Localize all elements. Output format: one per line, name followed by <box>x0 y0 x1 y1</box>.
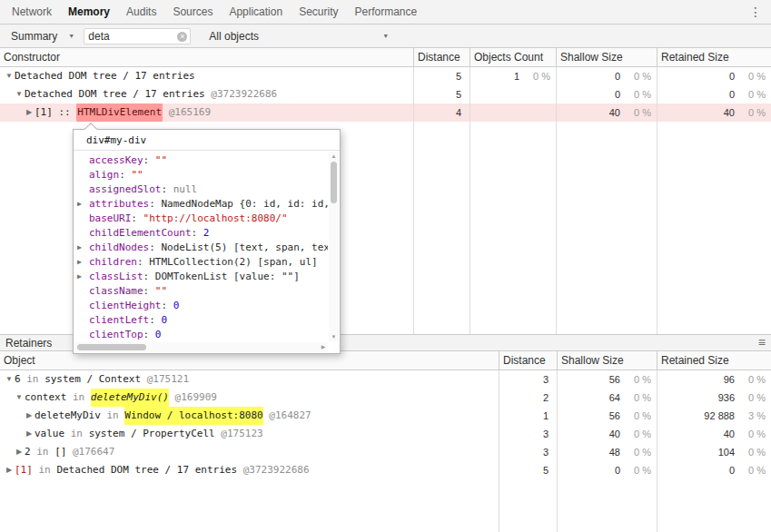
scroll-right-icon[interactable]: ▶ <box>319 342 328 352</box>
property-value: "" <box>131 169 143 181</box>
expand-icon[interactable]: ▶ <box>77 255 82 270</box>
property-value: HTMLCollection(2) [span, ul] <box>149 256 317 268</box>
objects-count-cell <box>470 103 557 122</box>
object-index: [1] :: <box>35 103 76 122</box>
column-header-constructor[interactable]: Constructor <box>0 48 414 66</box>
column-header-shallow-size[interactable]: Shallow Size <box>557 48 657 66</box>
retained-size-cell: 92 8883 % <box>657 407 771 425</box>
clear-filter-icon[interactable]: × <box>177 32 187 42</box>
retainer-row[interactable]: ▼ 6 in system / Context @175121 3 560 % … <box>0 370 771 389</box>
property-name: baseURI <box>89 212 131 224</box>
column-header-shallow-size[interactable]: Shallow Size <box>558 351 657 369</box>
shallow-size-cell: 00 % <box>557 85 657 103</box>
object-id: @3723922686 <box>205 85 277 103</box>
retainer-row[interactable]: ▶ [1] in Detached DOM tree / 17 entries … <box>0 461 771 479</box>
property-value: 0 <box>155 329 162 340</box>
object-name: Detached DOM tree / 17 entries <box>56 461 237 479</box>
retainers-grid-header: Object Distance Shallow Size Retained Si… <box>0 351 771 370</box>
in-separator: in <box>31 443 55 461</box>
colon-separator: : <box>119 169 131 181</box>
object-scope-select[interactable]: All objects ▼ <box>203 26 394 46</box>
empty-cell <box>657 479 771 532</box>
tab-security[interactable]: Security <box>291 0 346 24</box>
column-header-retained-size[interactable]: Retained Size <box>657 351 771 369</box>
expander-icon[interactable]: ▶ <box>24 407 35 425</box>
constructor-name: Detached DOM tree / 17 entries <box>25 85 205 103</box>
table-row-selected[interactable]: ▶ [1] :: HTMLDivElement @165169 4 400 % … <box>0 103 771 122</box>
distance-cell: 3 <box>499 443 558 461</box>
retainer-row[interactable]: ▶ value in system / PropertyCell @175123… <box>0 425 771 443</box>
expand-icon[interactable]: ▶ <box>77 241 82 255</box>
expander-icon[interactable]: ▼ <box>14 85 25 103</box>
expander-icon[interactable]: ▼ <box>4 67 15 85</box>
tab-sources[interactable]: Sources <box>164 0 221 24</box>
column-header-distance[interactable]: Distance <box>499 351 558 369</box>
pane-options-icon[interactable]: ≡ <box>758 335 766 350</box>
expand-icon[interactable]: ▶ <box>77 270 82 284</box>
distance-cell: 5 <box>414 85 470 103</box>
property-row[interactable]: ▶children: HTMLCollection(2) [span, ul] <box>74 255 328 270</box>
property-row[interactable]: ▶attributes: NamedNodeMap {0: id, id: id… <box>74 197 328 212</box>
object-id: @176647 <box>66 443 114 461</box>
retainer-row[interactable]: ▶ deleteMyDiv in Window / localhost:8080… <box>0 407 771 425</box>
expander-icon[interactable]: ▼ <box>4 370 15 389</box>
object-preview-popup: div#my-div accessKey: "" align: "" assig… <box>73 129 341 354</box>
tab-performance[interactable]: Performance <box>347 0 426 24</box>
edge-name: deleteMyDiv <box>35 407 101 425</box>
edge-name: 6 <box>15 370 21 389</box>
perspective-select[interactable]: Summary ▼ <box>5 26 80 46</box>
class-filter-input[interactable] <box>84 28 191 44</box>
horizontal-scrollbar[interactable]: ▶ <box>74 342 328 352</box>
property-row[interactable]: ▶classList: DOMTokenList [value: ""] <box>74 270 328 284</box>
column-header-object[interactable]: Object <box>0 351 499 369</box>
object-cell: ▶ value in system / PropertyCell @175123 <box>0 425 499 443</box>
tab-memory[interactable]: Memory <box>60 0 118 24</box>
property-list: accessKey: "" align: "" assignedSlot: nu… <box>74 152 328 341</box>
scroll-up-icon[interactable]: ▲ <box>329 152 339 161</box>
retainers-pane: Retainers ≡ Object Distance Shallow Size… <box>0 334 771 532</box>
objects-count-cell <box>470 85 557 103</box>
objects-count-cell: 10 % <box>470 67 557 85</box>
property-value: "" <box>155 285 167 297</box>
column-header-distance[interactable]: Distance <box>414 48 470 66</box>
tab-audits[interactable]: Audits <box>118 0 164 24</box>
property-row[interactable]: ▶childNodes: NodeList(5) [text, span, te… <box>74 241 328 255</box>
colon-separator: : <box>161 300 173 311</box>
overflow-menu-icon[interactable]: ⋮ <box>749 5 762 19</box>
table-row[interactable]: ▼ Detached DOM tree / 17 entries @372392… <box>0 85 771 103</box>
property-name: childElementCount <box>89 227 192 239</box>
column-header-objects-count[interactable]: Objects Count <box>470 48 557 66</box>
colon-separator: : <box>137 256 149 268</box>
property-row: align: "" <box>74 168 328 182</box>
horizontal-scrollbar-thumb[interactable] <box>77 344 146 350</box>
expander-icon[interactable]: ▶ <box>24 425 35 443</box>
colon-separator: : <box>143 285 155 297</box>
in-separator: in <box>66 389 91 407</box>
retainer-row[interactable]: ▶ 2 in [] @176647 3 480 % 1040 % <box>0 443 771 461</box>
property-name: clientTop <box>89 329 143 340</box>
property-row: baseURI: "http://localhost:8080/" <box>74 212 328 226</box>
expander-icon[interactable]: ▶ <box>4 461 15 479</box>
tab-application[interactable]: Application <box>221 0 291 24</box>
object-id: @169909 <box>169 389 217 407</box>
retainer-row[interactable]: ▼ context in deleteMyDiv() @169909 2 640… <box>0 389 771 407</box>
column-header-retained-size[interactable]: Retained Size <box>657 48 771 66</box>
property-row: clientTop: 0 <box>74 328 328 341</box>
retained-size-cell: 9360 % <box>657 389 771 407</box>
expander-icon[interactable]: ▶ <box>14 443 25 461</box>
vertical-scrollbar-thumb[interactable] <box>331 162 337 203</box>
expander-icon[interactable]: ▼ <box>14 389 25 407</box>
empty-cell <box>657 122 771 334</box>
property-value: NodeList(5) [text, span, tex <box>161 241 328 253</box>
tab-network[interactable]: Network <box>4 0 60 24</box>
vertical-scrollbar[interactable]: ▲ ▼ <box>329 152 339 341</box>
shallow-size-cell: 400 % <box>557 103 657 122</box>
empty-cell <box>558 479 657 532</box>
property-row: clientLeft: 0 <box>74 313 328 328</box>
table-row[interactable]: ▼ Detached DOM tree / 17 entries 5 10 % … <box>0 67 771 85</box>
scroll-down-icon[interactable]: ▼ <box>329 332 339 341</box>
empty-cell <box>0 479 499 532</box>
object-scope-value: All objects <box>209 30 259 43</box>
expand-icon[interactable]: ▶ <box>77 197 82 212</box>
expander-icon[interactable]: ▶ <box>24 103 35 122</box>
